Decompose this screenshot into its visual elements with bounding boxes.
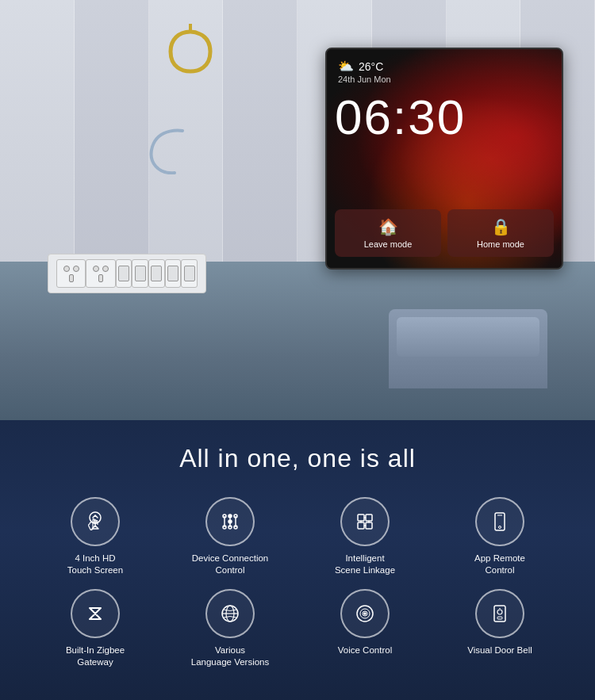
voice-icon-circle (340, 589, 390, 638)
switch-button (118, 266, 129, 281)
touch-screen-icon (82, 508, 109, 535)
c-ring-decoration (143, 119, 190, 174)
zigbee-icon-circle (71, 589, 120, 638)
socket-2 (86, 259, 115, 288)
scene-linkage-icon (351, 508, 378, 535)
tagline: All in one, one is all (32, 444, 563, 473)
leave-mode-icon: 🏠 (378, 217, 398, 236)
smart-panel-inner: ⛅ 26°C 24th Jun Mon 06:30 🏠 Leave mode 🔒… (327, 49, 562, 268)
feature-doorbell: Visual Door Bell (436, 589, 563, 668)
switch-4 (165, 259, 182, 288)
features-grid: 4 Inch HDTouch Screen Device Connect (32, 497, 563, 668)
zigbee-label: Built-In ZigbeeGateway (66, 645, 125, 668)
room-photo-section: ⛅ 26°C 24th Jun Mon 06:30 🏠 Leave mode 🔒… (0, 0, 595, 420)
svg-marker-23 (90, 608, 101, 619)
date-display: 24th Jun Mon (338, 75, 391, 84)
wall-socket (48, 254, 206, 293)
socket-hole (63, 266, 70, 272)
leave-mode-label: Leave mode (364, 239, 413, 249)
switch-1 (116, 259, 132, 288)
feature-touch-screen: 4 Inch HDTouch Screen (32, 497, 159, 576)
clock-time: 06:30 (335, 89, 466, 145)
features-section: All in one, one is all 4 Inch HDTouch Sc… (0, 420, 595, 700)
temperature: 26°C (359, 60, 383, 73)
svg-rect-14 (358, 522, 364, 529)
svg-point-32 (364, 613, 366, 614)
switch-3 (148, 259, 165, 288)
touch-screen-label: 4 Inch HDTouch Screen (67, 553, 123, 576)
svg-rect-15 (366, 522, 372, 529)
socket-hole-rect (98, 274, 103, 282)
leave-mode-button[interactable]: 🏠 Leave mode (335, 209, 441, 257)
feature-app-remote: App RemoteControl (436, 497, 563, 576)
socket-1 (56, 259, 86, 288)
svg-point-8 (228, 514, 232, 518)
feature-scene-linkage: IntelligentScene Linkage (301, 497, 428, 576)
couch-cushion (397, 317, 539, 357)
language-label: VariousLanguage Versions (191, 645, 269, 668)
touch-screen-icon-circle (71, 497, 120, 546)
scene-linkage-label: IntelligentScene Linkage (335, 553, 395, 576)
socket-hole (93, 266, 99, 272)
gold-hook (159, 24, 222, 119)
switch-button (151, 266, 162, 281)
scene-linkage-icon-circle (340, 497, 390, 546)
doorbell-label: Visual Door Bell (467, 645, 532, 656)
svg-rect-12 (358, 514, 364, 521)
app-remote-label: App RemoteControl (474, 553, 525, 576)
switch-5 (181, 259, 198, 288)
home-mode-label: Home mode (477, 239, 524, 249)
svg-point-1 (90, 512, 101, 523)
smart-panel-display: ⛅ 26°C 24th Jun Mon 06:30 🏠 Leave mode 🔒… (325, 48, 563, 270)
panel-weather: ⛅ 26°C (338, 59, 383, 74)
svg-point-21 (499, 526, 501, 529)
panel-4 (223, 0, 298, 301)
feature-zigbee: Built-In ZigbeeGateway (32, 589, 159, 668)
weather-icon: ⛅ (338, 59, 354, 74)
language-icon (217, 600, 244, 627)
socket-hole (102, 266, 109, 272)
mode-buttons-container: 🏠 Leave mode 🔒 Home mode (335, 209, 554, 257)
switch-button (167, 266, 178, 281)
home-mode-button[interactable]: 🔒 Home mode (447, 209, 554, 257)
doorbell-icon-circle (475, 589, 524, 638)
socket-hole (73, 266, 79, 272)
language-icon-circle (205, 589, 255, 638)
switch-button (184, 266, 195, 281)
switch-2 (132, 259, 148, 288)
switch-button (135, 266, 146, 281)
doorbell-icon (486, 600, 513, 627)
voice-control-icon (351, 600, 378, 627)
home-mode-icon: 🔒 (491, 217, 511, 236)
zigbee-icon (82, 600, 109, 627)
device-connection-icon (217, 508, 244, 535)
couch (389, 309, 547, 388)
app-remote-icon-circle (475, 497, 524, 546)
device-connection-icon-circle (205, 497, 255, 546)
voice-label: Voice Control (338, 645, 392, 656)
feature-voice: Voice Control (301, 589, 428, 668)
svg-point-34 (497, 610, 502, 614)
app-remote-icon (486, 508, 513, 535)
svg-rect-35 (497, 617, 502, 619)
feature-device-connection: Device ConnectionControl (167, 497, 294, 576)
device-connection-label: Device ConnectionControl (192, 553, 269, 576)
socket-hole-rect (69, 274, 74, 282)
svg-rect-13 (366, 514, 372, 521)
feature-language: VariousLanguage Versions (167, 589, 294, 668)
